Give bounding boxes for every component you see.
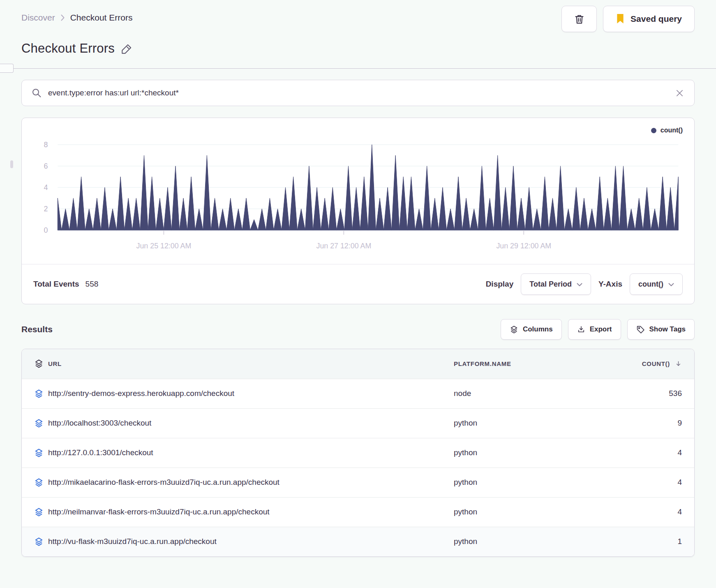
table-row: http://127.0.0.1:3001/checkout python 4: [22, 438, 694, 468]
display-label: Display: [486, 280, 514, 289]
display-dropdown-value: Total Period: [529, 280, 572, 289]
export-button-label: Export: [590, 325, 612, 333]
count-cell: 536: [596, 379, 694, 408]
results-header-row: Results Columns Export Show Tags: [21, 319, 695, 340]
row-stack-icon[interactable]: [34, 507, 48, 517]
url-cell: http://mikaelacarino-flask-errors-m3uuiz…: [48, 468, 454, 497]
svg-text:8: 8: [44, 141, 48, 149]
row-stack-icon[interactable]: [34, 389, 48, 398]
results-buttons: Columns Export Show Tags: [501, 319, 695, 340]
count-cell: 4: [596, 438, 694, 468]
results-table: URL PLATFORM.NAME COUNT() http://sentry-…: [22, 349, 694, 556]
results-table-body: http://sentry-demos-express.herokuapp.co…: [22, 379, 694, 556]
platform-cell: node: [454, 379, 596, 408]
table-row: http://vu-flask-m3uuizd7iq-uc.a.run.app/…: [22, 527, 694, 556]
table-row: http://localhost:3003/checkout python 9: [22, 408, 694, 438]
url-cell: http://sentry-demos-express.herokuapp.co…: [48, 379, 454, 408]
row-stack-icon[interactable]: [34, 419, 48, 428]
svg-text:Jun 25 12:00 AM: Jun 25 12:00 AM: [136, 242, 192, 250]
scrollbar-pill[interactable]: [10, 160, 13, 168]
sort-desc-icon: [675, 360, 682, 367]
search-bar: [21, 80, 695, 106]
url-cell: http://vu-flask-m3uuizd7iq-uc.a.run.app/…: [48, 527, 454, 556]
svg-text:Jun 29 12:00 AM: Jun 29 12:00 AM: [496, 242, 551, 250]
search-icon: [32, 88, 42, 98]
delete-query-button[interactable]: [561, 6, 597, 32]
chart-footer: Total Events 558 Display Total Period Y-…: [22, 264, 694, 304]
count-cell: 1: [596, 527, 694, 556]
search-input[interactable]: [48, 88, 668, 97]
discover-page: Discover Checkout Errors Saved query Che…: [0, 0, 716, 588]
title-row: Checkout Errors: [21, 41, 695, 56]
url-cell: http://127.0.0.1:3001/checkout: [48, 438, 454, 468]
header-icon-cell: [22, 349, 48, 379]
section-divider: [0, 68, 716, 69]
stack-icon: [34, 359, 48, 368]
header-actions: Saved query: [561, 6, 695, 32]
platform-cell: python: [454, 527, 596, 556]
total-events: Total Events 558: [33, 280, 98, 289]
saved-query-button[interactable]: Saved query: [603, 6, 695, 32]
results-heading: Results: [21, 324, 53, 334]
svg-text:2: 2: [44, 205, 48, 213]
chevron-right-icon: [60, 14, 65, 21]
breadcrumb-discover-link[interactable]: Discover: [21, 13, 55, 23]
url-cell: http://localhost:3003/checkout: [48, 408, 454, 438]
results-table-card: URL PLATFORM.NAME COUNT() http://sentry-…: [21, 349, 695, 557]
chevron-down-icon: [668, 283, 674, 287]
download-icon: [577, 325, 585, 333]
count-cell: 4: [596, 468, 694, 497]
platform-cell: python: [454, 497, 596, 527]
table-row: http://neilmanvar-flask-errors-m3uuizd7i…: [22, 497, 694, 527]
column-header-count[interactable]: COUNT(): [596, 349, 694, 379]
url-cell: http://neilmanvar-flask-errors-m3uuizd7i…: [48, 497, 454, 527]
legend-dot-icon: [651, 128, 656, 133]
columns-button[interactable]: Columns: [501, 319, 562, 340]
legend-label[interactable]: count(): [661, 127, 683, 134]
table-row: http://mikaelacarino-flask-errors-m3uuiz…: [22, 468, 694, 497]
total-events-label: Total Events: [33, 280, 79, 289]
table-row: http://sentry-demos-express.herokuapp.co…: [22, 379, 694, 408]
events-chart-card: count() 02468Jun 25 12:00 AMJun 27 12:00…: [21, 118, 695, 304]
saved-query-label: Saved query: [631, 14, 682, 24]
yaxis-dropdown-value: count(): [638, 280, 663, 289]
count-cell: 4: [596, 497, 694, 527]
column-header-url[interactable]: URL: [48, 349, 454, 379]
display-dropdown[interactable]: Total Period: [521, 273, 591, 295]
sidebar-collapse-handle[interactable]: [0, 64, 14, 73]
export-button[interactable]: Export: [568, 319, 621, 340]
svg-text:Jun 27 12:00 AM: Jun 27 12:00 AM: [316, 242, 371, 250]
top-bar: Discover Checkout Errors Saved query: [21, 0, 695, 32]
yaxis-dropdown[interactable]: count(): [630, 273, 683, 295]
column-header-platform[interactable]: PLATFORM.NAME: [454, 349, 596, 379]
row-stack-icon[interactable]: [34, 448, 48, 458]
breadcrumb: Discover Checkout Errors: [21, 13, 132, 23]
show-tags-button-label: Show Tags: [649, 325, 686, 333]
tag-icon: [636, 325, 645, 334]
count-cell: 9: [596, 408, 694, 438]
page-title: Checkout Errors: [21, 41, 115, 56]
chart-legend: count(): [22, 118, 694, 134]
edit-title-icon[interactable]: [121, 43, 132, 54]
yaxis-label: Y-Axis: [598, 280, 622, 289]
bookmark-icon: [616, 14, 625, 24]
svg-text:6: 6: [44, 162, 48, 170]
events-spike-chart[interactable]: 02468Jun 25 12:00 AMJun 27 12:00 AMJun 2…: [22, 134, 694, 264]
total-events-value: 558: [85, 280, 99, 289]
table-header-row: URL PLATFORM.NAME COUNT(): [22, 349, 694, 379]
breadcrumb-current: Checkout Errors: [70, 13, 133, 23]
stack-icon: [510, 325, 518, 334]
svg-text:4: 4: [44, 183, 48, 192]
svg-text:0: 0: [44, 226, 48, 234]
show-tags-button[interactable]: Show Tags: [627, 319, 695, 340]
chevron-down-icon: [577, 283, 582, 287]
trash-icon: [574, 14, 585, 25]
row-stack-icon[interactable]: [34, 537, 48, 546]
platform-cell: python: [454, 438, 596, 468]
columns-button-label: Columns: [523, 325, 553, 333]
row-stack-icon[interactable]: [34, 478, 48, 487]
clear-search-icon[interactable]: [675, 88, 684, 98]
platform-cell: python: [454, 468, 596, 497]
platform-cell: python: [454, 408, 596, 438]
